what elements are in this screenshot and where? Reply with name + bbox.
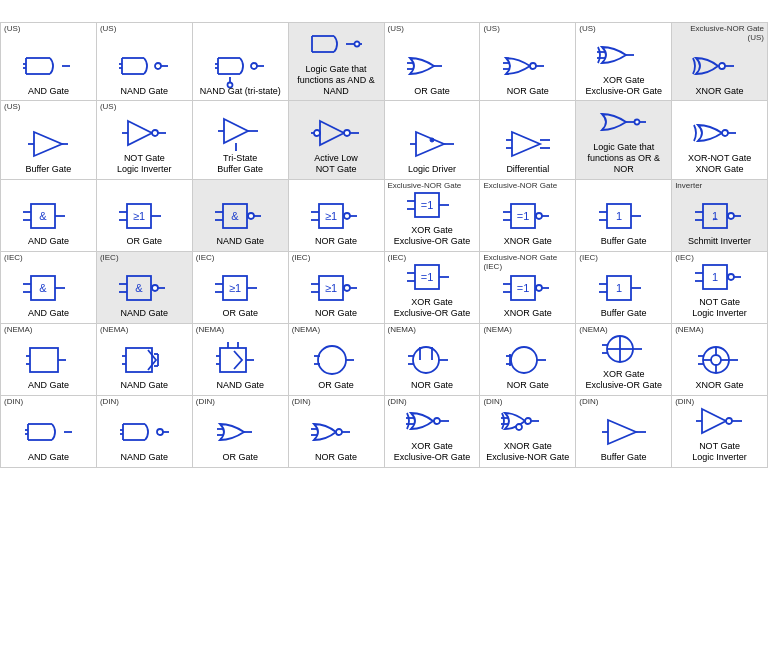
svg-point-157 <box>728 274 734 280</box>
gate-symbol <box>406 48 458 84</box>
gate-cell: ≥1 OR Gate <box>97 180 193 252</box>
gate-cell: (IEC) 1 Buffer Gate <box>576 252 672 324</box>
gate-cell: Exclusive-NOR Gate =1 XNOR Gate <box>480 180 576 252</box>
gate-name: Differential <box>506 164 549 175</box>
svg-point-9 <box>155 63 161 69</box>
gate-cell: (US) AND Gate <box>1 23 97 101</box>
svg-text:1: 1 <box>616 282 622 294</box>
cell-label-top: (IEC) <box>388 254 407 263</box>
gate-symbol: ≥1 <box>311 270 361 306</box>
svg-point-68 <box>722 130 728 136</box>
gate-cell: Logic Gate that functions as AND & NAND <box>289 23 385 101</box>
gate-symbol <box>506 126 550 162</box>
svg-marker-56 <box>416 132 444 156</box>
gate-symbol <box>596 37 652 73</box>
gate-symbol <box>311 115 361 151</box>
gate-symbol <box>218 115 262 151</box>
gate-symbol: & <box>119 270 169 306</box>
gate-cell: 1 Buffer Gate <box>576 180 672 252</box>
gate-cell: (NEMA) NOR Gate <box>480 324 576 396</box>
gate-cell: (DIN) Buffer Gate <box>576 396 672 468</box>
gate-name: XNOR Gate <box>504 308 552 319</box>
gate-name: NAND Gate <box>121 308 169 319</box>
svg-text:1: 1 <box>616 210 622 222</box>
gate-name: NAND Gat (tri-state) <box>200 86 281 97</box>
gate-name: AND Gate <box>28 308 69 319</box>
cell-label-top-right: Exclusive-NOR Gate (US) <box>690 25 764 43</box>
gate-cell: (US) OR Gate <box>385 23 481 101</box>
gate-name: OR Gate <box>318 380 354 391</box>
gate-cell: (IEC) =1 XOR Gate Exclusive-OR Gate <box>385 252 481 324</box>
gate-cell: (IEC) ≥1 OR Gate <box>193 252 289 324</box>
gate-cell: Exclusive-NOR Gate (US) XNOR Gate <box>672 23 768 101</box>
gate-cell: (NEMA) XNOR Gate <box>672 324 768 396</box>
svg-text:≥1: ≥1 <box>133 210 145 222</box>
gate-symbol <box>216 342 264 378</box>
gate-name: Logic Driver <box>408 164 456 175</box>
svg-text:1: 1 <box>712 271 718 283</box>
gate-name: NOT Gate Logic Inverter <box>117 153 172 175</box>
cell-label-top: (IEC) <box>292 254 311 263</box>
gate-name: XNOR Gate Exclusive-NOR Gate <box>486 441 569 463</box>
cell-label-top: (NEMA) <box>292 326 320 335</box>
gate-cell: (DIN) XNOR Gate Exclusive-NOR Gate <box>480 396 576 468</box>
gate-symbol <box>119 414 169 450</box>
gate-cell: & NAND Gate <box>193 180 289 252</box>
gate-name: NAND Gate <box>121 86 169 97</box>
gate-symbol <box>26 342 70 378</box>
svg-point-38 <box>719 63 725 69</box>
svg-point-199 <box>711 355 721 365</box>
gate-cell: (US) Buffer Gate <box>1 101 97 179</box>
gate-cell: Exclusive-NOR Gate =1 XOR Gate Exclusive… <box>385 180 481 252</box>
gate-symbol: & <box>215 198 265 234</box>
svg-point-179 <box>413 347 439 373</box>
gate-symbol <box>602 414 646 450</box>
gate-symbol <box>118 48 170 84</box>
gate-cell: Tri-State Buffer Gate <box>193 101 289 179</box>
gate-name: NOT Gate Logic Inverter <box>692 297 747 319</box>
gate-cell: XOR-NOT Gate XNOR Gate <box>672 101 768 179</box>
gate-symbol <box>122 115 166 151</box>
gate-cell: ≥1 NOR Gate <box>289 180 385 252</box>
svg-text:=1: =1 <box>517 282 530 294</box>
gate-cell: Exclusive-NOR Gate (IEC) =1 XNOR Gate <box>480 252 576 324</box>
cell-label-top: (NEMA) <box>100 326 128 335</box>
gate-symbol: =1 <box>407 259 457 295</box>
cell-label-top: (DIN) <box>100 398 119 407</box>
gate-symbol <box>214 48 266 84</box>
gate-cell: (US) NOT Gate Logic Inverter <box>97 101 193 179</box>
gate-cell: (US) NAND Gate <box>97 23 193 101</box>
cell-label-top: (DIN) <box>196 398 215 407</box>
gate-name: NAND Gate <box>121 452 169 463</box>
cell-label-top: (DIN) <box>388 398 407 407</box>
svg-point-175 <box>318 346 346 374</box>
gate-cell: (DIN) AND Gate <box>1 396 97 468</box>
cell-label-top: (DIN) <box>292 398 311 407</box>
gate-cell: (DIN) OR Gate <box>193 396 289 468</box>
gate-name: XOR-NOT Gate XNOR Gate <box>688 153 751 175</box>
svg-text:&: & <box>232 210 240 222</box>
gate-symbol: 1 <box>599 198 649 234</box>
gate-symbol: 1 <box>599 270 649 306</box>
gate-name: NOR Gate <box>315 308 357 319</box>
gate-name: OR Gate <box>127 236 163 247</box>
gate-symbol <box>506 342 550 378</box>
cell-label-top: (NEMA) <box>196 326 224 335</box>
svg-marker-234 <box>608 420 636 444</box>
gate-name: NAND Gate <box>121 380 169 391</box>
gate-name: NAND Gate <box>216 380 264 391</box>
svg-point-101 <box>536 213 542 219</box>
gate-cell: Logic Gate that functions as OR & NOR <box>576 101 672 179</box>
cell-label-top: (US) <box>4 25 20 34</box>
svg-rect-163 <box>126 348 152 372</box>
gate-name: XNOR Gate <box>504 236 552 247</box>
gate-symbol <box>405 403 459 439</box>
cell-label-top: (IEC) <box>4 254 23 263</box>
gate-symbol <box>408 342 456 378</box>
svg-point-238 <box>726 418 732 424</box>
gate-cell: (IEC) ≥1 NOR Gate <box>289 252 385 324</box>
svg-point-84 <box>248 213 254 219</box>
cell-label-top: (NEMA) <box>388 326 416 335</box>
svg-text:=1: =1 <box>421 199 434 211</box>
gate-cell: Differential <box>480 101 576 179</box>
